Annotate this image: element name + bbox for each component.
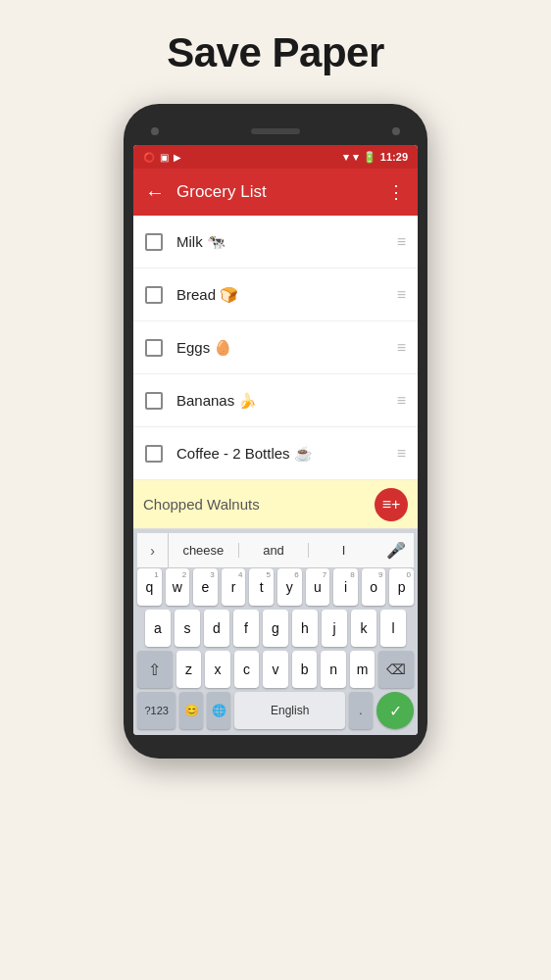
new-item-input[interactable] — [143, 496, 375, 513]
key-s[interactable]: s — [175, 610, 200, 647]
signal-icon: ▾ — [353, 151, 359, 164]
suggestion-cheese[interactable]: cheese — [169, 543, 239, 558]
keyboard: › cheese and I 🎤 1q 2w 3e 4r 5t 6y 7u 8i… — [133, 529, 418, 735]
status-right-icons: ▾ ▾ 🔋 11:29 — [343, 151, 408, 164]
key-e[interactable]: 3e — [193, 568, 218, 606]
drag-handle-coffee[interactable]: ≡ — [397, 446, 406, 462]
play-icon: ▶ — [174, 152, 181, 163]
key-l[interactable]: l — [380, 610, 406, 647]
key-g[interactable]: g — [263, 610, 288, 647]
key-row-2: a s d f g h j k l — [137, 610, 414, 647]
checkbox-milk[interactable] — [145, 233, 163, 251]
done-key[interactable]: ✓ — [376, 692, 414, 729]
shift-key[interactable]: ⇧ — [137, 651, 173, 688]
item-label-coffee: Coffee - 2 Bottles ☕ — [176, 445, 397, 463]
comma-key[interactable]: 😊 — [179, 692, 203, 729]
app-bar-title: Grocery List — [176, 182, 387, 202]
mic-button[interactable]: 🎤 — [378, 533, 414, 568]
page-title: Save Paper — [167, 29, 384, 76]
key-m[interactable]: m — [350, 651, 376, 688]
phone-camera — [151, 127, 159, 135]
key-o[interactable]: 9o — [362, 568, 386, 606]
phone-sensor — [392, 127, 400, 135]
key-v[interactable]: v — [263, 651, 288, 688]
list-item: Bananas 🍌 ≡ — [133, 374, 418, 427]
drag-handle-milk[interactable]: ≡ — [397, 234, 406, 250]
drag-handle-eggs[interactable]: ≡ — [397, 340, 406, 356]
key-k[interactable]: k — [351, 610, 376, 647]
key-x[interactable]: x — [205, 651, 230, 688]
wifi-icon: ▾ — [343, 151, 349, 164]
drag-handle-bananas[interactable]: ≡ — [397, 393, 406, 409]
suggestion-items: cheese and I — [169, 543, 378, 558]
item-label-eggs: Eggs 🥚 — [176, 339, 397, 357]
key-y[interactable]: 6y — [277, 568, 302, 606]
list-item: Bread 🍞 ≡ — [133, 269, 418, 321]
list-item: Coffee - 2 Bottles ☕ ≡ — [133, 427, 418, 480]
key-row-3: ⇧ z x c v b n m ⌫ — [137, 651, 414, 688]
key-r[interactable]: 4r — [222, 568, 246, 606]
key-n[interactable]: n — [321, 651, 346, 688]
suggestions-expand-button[interactable]: › — [137, 533, 169, 568]
item-label-bananas: Bananas 🍌 — [176, 392, 397, 410]
key-f[interactable]: f — [233, 610, 259, 647]
key-z[interactable]: z — [176, 651, 202, 688]
key-c[interactable]: c — [234, 651, 260, 688]
list-item: Eggs 🥚 ≡ — [133, 321, 418, 374]
back-button[interactable]: ← — [145, 181, 165, 204]
key-a[interactable]: a — [145, 610, 171, 647]
suggestions-bar: › cheese and I 🎤 — [137, 533, 414, 568]
app-bar: ← Grocery List ⋮ — [133, 169, 418, 216]
checkbox-bread[interactable] — [145, 286, 163, 304]
key-t[interactable]: 5t — [249, 568, 274, 606]
phone-device: ⭕ ▣ ▶ ▾ ▾ 🔋 11:29 ← Grocery List ⋮ Milk … — [124, 104, 427, 759]
item-label-milk: Milk 🐄 — [176, 233, 397, 251]
key-h[interactable]: h — [292, 610, 318, 647]
add-list-icon: ≡+ — [382, 496, 401, 514]
sim-icon: ▣ — [160, 152, 169, 163]
space-key[interactable]: English — [234, 692, 345, 729]
status-time: 11:29 — [380, 151, 408, 163]
phone-bottom-bar — [133, 735, 418, 745]
phone-screen: ⭕ ▣ ▶ ▾ ▾ 🔋 11:29 ← Grocery List ⋮ Milk … — [133, 145, 418, 735]
key-q[interactable]: 1q — [137, 568, 162, 606]
key-p[interactable]: 0p — [389, 568, 414, 606]
key-d[interactable]: d — [204, 610, 229, 647]
battery-icon: 🔋 — [363, 151, 376, 164]
key-u[interactable]: 7u — [306, 568, 330, 606]
checkbox-coffee[interactable] — [145, 445, 163, 463]
globe-key[interactable]: 🌐 — [207, 692, 230, 729]
key-row-4: ?123 😊 🌐 English . ✓ — [137, 692, 414, 729]
suggestion-and[interactable]: and — [239, 543, 310, 558]
key-w[interactable]: 2w — [166, 568, 190, 606]
key-row-1: 1q 2w 3e 4r 5t 6y 7u 8i 9o 0p — [137, 568, 414, 606]
new-item-input-row: ≡+ — [133, 480, 418, 529]
key-i[interactable]: 8i — [333, 568, 358, 606]
delete-key[interactable]: ⌫ — [378, 651, 414, 688]
item-label-bread: Bread 🍞 — [176, 286, 397, 304]
period-key[interactable]: . — [349, 692, 373, 729]
suggestion-I[interactable]: I — [309, 543, 378, 558]
more-options-button[interactable]: ⋮ — [387, 181, 406, 203]
phone-top-bar — [133, 118, 418, 145]
checkbox-eggs[interactable] — [145, 339, 163, 357]
circle-icon: ⭕ — [143, 152, 155, 163]
grocery-list: Milk 🐄 ≡ Bread 🍞 ≡ Eggs 🥚 ≡ Bananas 🍌 ≡ — [133, 216, 418, 480]
checkbox-bananas[interactable] — [145, 392, 163, 410]
drag-handle-bread[interactable]: ≡ — [397, 287, 406, 303]
numbers-key[interactable]: ?123 — [137, 692, 175, 729]
key-b[interactable]: b — [292, 651, 318, 688]
phone-speaker — [251, 128, 300, 134]
status-bar: ⭕ ▣ ▶ ▾ ▾ 🔋 11:29 — [133, 145, 418, 169]
key-j[interactable]: j — [322, 610, 347, 647]
list-item: Milk 🐄 ≡ — [133, 216, 418, 269]
add-item-button[interactable]: ≡+ — [375, 488, 408, 521]
status-left-icons: ⭕ ▣ ▶ — [143, 152, 181, 163]
